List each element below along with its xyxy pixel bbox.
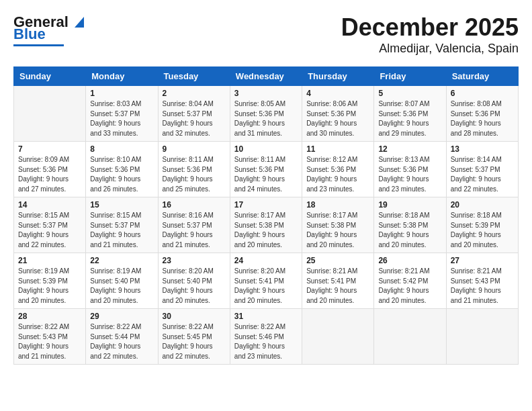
header-friday: Friday (374, 67, 446, 86)
day-info: Sunrise: 8:21 AM Sunset: 5:43 PM Dayligh… (451, 267, 514, 306)
daylight-label: Daylight: 9 hours and 20 minutes. (451, 231, 501, 248)
table-row (374, 309, 446, 365)
table-row: 31 Sunrise: 8:22 AM Sunset: 5:46 PM Dayl… (230, 309, 302, 365)
table-row: 23 Sunrise: 8:20 AM Sunset: 5:40 PM Dayl… (158, 253, 230, 309)
sunset-label: Sunset: 5:42 PM (378, 277, 428, 285)
day-number: 18 (306, 200, 369, 210)
table-row (446, 309, 518, 365)
table-row: 30 Sunrise: 8:22 AM Sunset: 5:45 PM Dayl… (158, 309, 230, 365)
sunrise-label: Sunrise: 8:15 AM (18, 212, 69, 219)
day-number: 12 (378, 144, 441, 154)
sunrise-label: Sunrise: 8:17 AM (306, 212, 357, 219)
day-info: Sunrise: 8:03 AM Sunset: 5:37 PM Dayligh… (90, 99, 153, 138)
sunset-label: Sunset: 5:36 PM (90, 166, 140, 173)
daylight-label: Daylight: 9 hours and 20 minutes. (234, 231, 285, 248)
sunset-label: Sunset: 5:38 PM (306, 222, 356, 229)
day-number: 17 (234, 200, 298, 210)
sunrise-label: Sunrise: 8:12 AM (306, 156, 357, 163)
daylight-label: Daylight: 9 hours and 22 minutes. (163, 342, 213, 360)
table-row: 3 Sunrise: 8:05 AM Sunset: 5:36 PM Dayli… (230, 86, 302, 142)
daylight-label: Daylight: 9 hours and 20 minutes. (378, 287, 429, 304)
sunset-label: Sunset: 5:46 PM (234, 333, 284, 340)
daylight-label: Daylight: 9 hours and 29 minutes. (378, 120, 429, 137)
day-info: Sunrise: 8:21 AM Sunset: 5:41 PM Dayligh… (306, 267, 369, 306)
daylight-label: Daylight: 9 hours and 26 minutes. (90, 175, 140, 193)
day-number: 3 (234, 89, 298, 98)
daylight-label: Daylight: 9 hours and 31 minutes. (234, 120, 285, 137)
day-number: 30 (163, 312, 226, 321)
day-number: 4 (306, 89, 369, 98)
day-info: Sunrise: 8:22 AM Sunset: 5:43 PM Dayligh… (18, 322, 81, 361)
daylight-label: Daylight: 9 hours and 23 minutes. (306, 175, 357, 193)
calendar-week-2: 7 Sunrise: 8:09 AM Sunset: 5:36 PM Dayli… (14, 142, 519, 197)
sunrise-label: Sunrise: 8:22 AM (90, 323, 141, 330)
day-info: Sunrise: 8:07 AM Sunset: 5:36 PM Dayligh… (378, 99, 441, 138)
day-number: 21 (18, 256, 81, 265)
sunset-label: Sunset: 5:36 PM (163, 166, 212, 173)
table-row: 9 Sunrise: 8:11 AM Sunset: 5:36 PM Dayli… (158, 142, 230, 197)
day-number: 13 (451, 144, 514, 154)
daylight-label: Daylight: 9 hours and 20 minutes. (306, 287, 357, 304)
sunrise-label: Sunrise: 8:03 AM (90, 100, 141, 107)
day-info: Sunrise: 8:20 AM Sunset: 5:40 PM Dayligh… (163, 267, 226, 306)
daylight-label: Daylight: 9 hours and 33 minutes. (90, 120, 140, 137)
table-row: 24 Sunrise: 8:20 AM Sunset: 5:41 PM Dayl… (230, 253, 302, 309)
sunrise-label: Sunrise: 8:13 AM (378, 156, 429, 163)
table-row: 17 Sunrise: 8:17 AM Sunset: 5:38 PM Dayl… (230, 197, 302, 253)
table-row: 25 Sunrise: 8:21 AM Sunset: 5:41 PM Dayl… (302, 253, 374, 309)
day-info: Sunrise: 8:18 AM Sunset: 5:38 PM Dayligh… (378, 211, 441, 250)
sunrise-label: Sunrise: 8:14 AM (451, 156, 502, 163)
day-info: Sunrise: 8:04 AM Sunset: 5:37 PM Dayligh… (163, 99, 226, 138)
day-info: Sunrise: 8:17 AM Sunset: 5:38 PM Dayligh… (306, 211, 369, 250)
day-info: Sunrise: 8:19 AM Sunset: 5:39 PM Dayligh… (18, 267, 81, 306)
daylight-label: Daylight: 9 hours and 20 minutes. (90, 287, 140, 304)
calendar-location: Almedijar, Valencia, Spain (341, 42, 519, 56)
daylight-label: Daylight: 9 hours and 21 minutes. (90, 231, 140, 248)
header-thursday: Thursday (302, 67, 374, 86)
sunset-label: Sunset: 5:37 PM (451, 166, 500, 173)
day-info: Sunrise: 8:12 AM Sunset: 5:36 PM Dayligh… (306, 155, 369, 194)
table-row (14, 86, 86, 142)
daylight-label: Daylight: 9 hours and 20 minutes. (163, 287, 213, 304)
sunrise-label: Sunrise: 8:21 AM (451, 267, 502, 275)
header-sunday: Sunday (14, 67, 86, 86)
day-number: 25 (306, 256, 369, 265)
daylight-label: Daylight: 9 hours and 20 minutes. (18, 287, 69, 304)
table-row: 13 Sunrise: 8:14 AM Sunset: 5:37 PM Dayl… (446, 142, 518, 197)
logo: General Blue (13, 13, 88, 46)
day-number: 22 (90, 256, 153, 265)
day-info: Sunrise: 8:17 AM Sunset: 5:38 PM Dayligh… (234, 211, 298, 250)
sunset-label: Sunset: 5:39 PM (451, 222, 500, 229)
sunset-label: Sunset: 5:45 PM (163, 333, 212, 340)
day-info: Sunrise: 8:22 AM Sunset: 5:44 PM Dayligh… (90, 322, 153, 361)
day-info: Sunrise: 8:05 AM Sunset: 5:36 PM Dayligh… (234, 99, 298, 138)
day-number: 29 (90, 312, 153, 321)
daylight-label: Daylight: 9 hours and 22 minutes. (90, 342, 140, 360)
day-info: Sunrise: 8:08 AM Sunset: 5:36 PM Dayligh… (451, 99, 514, 138)
sunrise-label: Sunrise: 8:11 AM (163, 156, 214, 163)
table-row: 14 Sunrise: 8:15 AM Sunset: 5:37 PM Dayl… (14, 197, 86, 253)
table-row: 21 Sunrise: 8:19 AM Sunset: 5:39 PM Dayl… (14, 253, 86, 309)
sunrise-label: Sunrise: 8:09 AM (18, 156, 69, 163)
daylight-label: Daylight: 9 hours and 22 minutes. (18, 231, 69, 248)
daylight-label: Daylight: 9 hours and 27 minutes. (18, 175, 69, 193)
sunset-label: Sunset: 5:37 PM (90, 222, 140, 229)
daylight-label: Daylight: 9 hours and 30 minutes. (306, 120, 357, 137)
sunset-label: Sunset: 5:36 PM (378, 110, 428, 118)
day-number: 14 (18, 200, 81, 210)
day-number: 2 (163, 89, 226, 98)
day-info: Sunrise: 8:19 AM Sunset: 5:40 PM Dayligh… (90, 267, 153, 306)
daylight-label: Daylight: 9 hours and 21 minutes. (451, 287, 501, 304)
daylight-label: Daylight: 9 hours and 21 minutes. (18, 342, 69, 360)
day-number: 23 (163, 256, 226, 265)
daylight-label: Daylight: 9 hours and 20 minutes. (234, 287, 285, 304)
day-info: Sunrise: 8:22 AM Sunset: 5:46 PM Dayligh… (234, 322, 298, 361)
sunset-label: Sunset: 5:36 PM (18, 166, 68, 173)
table-row: 11 Sunrise: 8:12 AM Sunset: 5:36 PM Dayl… (302, 142, 374, 197)
daylight-label: Daylight: 9 hours and 22 minutes. (451, 175, 501, 193)
logo-icon (69, 11, 88, 30)
header-tuesday: Tuesday (158, 67, 230, 86)
sunset-label: Sunset: 5:40 PM (90, 277, 140, 285)
calendar-week-1: 1 Sunrise: 8:03 AM Sunset: 5:37 PM Dayli… (14, 86, 519, 142)
day-info: Sunrise: 8:09 AM Sunset: 5:36 PM Dayligh… (18, 155, 81, 194)
